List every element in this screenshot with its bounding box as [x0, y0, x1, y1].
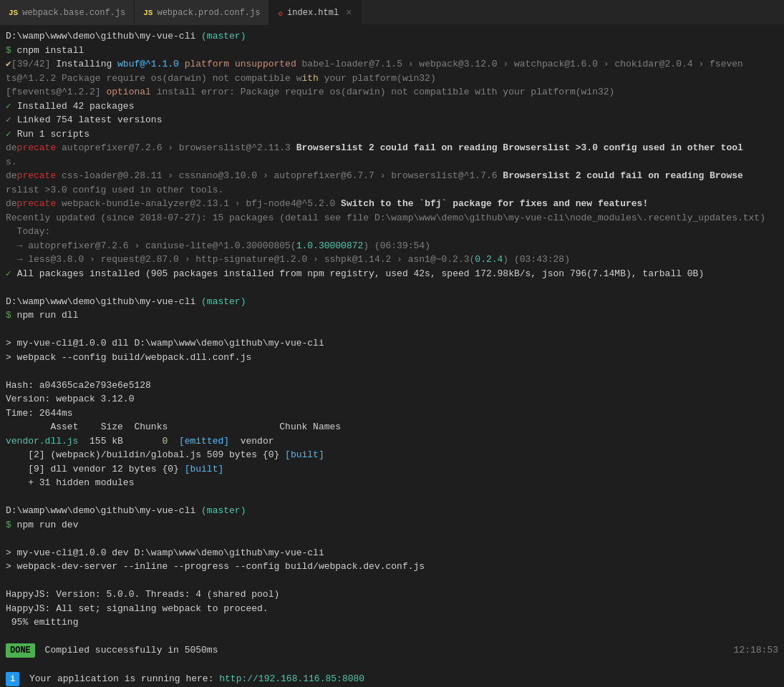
terminal-line: Today: — [6, 225, 778, 239]
tab-label: webpack.base.conf.js — [22, 8, 125, 18]
tab-bar: JS webpack.base.conf.js JS webpack.prod.… — [0, 0, 784, 25]
terminal-line: ✓ Run 1 scripts — [6, 127, 778, 142]
terminal-line: Asset Size Chunks Chunk Names — [6, 420, 778, 434]
terminal-line: → autoprefixer@7.2.6 › caniuse-lite@^1.0… — [6, 239, 778, 253]
tab-label: index.html — [287, 8, 339, 18]
terminal-line: D:\wamp\www\demo\github\my-vue-cli (mast… — [6, 295, 778, 309]
terminal-line: Recently updated (since 2018-07-27): 15 … — [6, 211, 778, 225]
terminal-line: ✓ Installed 42 packages — [6, 99, 778, 114]
terminal-line: $ cnpm install — [6, 44, 778, 58]
terminal-done-line-1: DONE Compiled successfully in 5050ms12:1… — [6, 643, 778, 658]
terminal-line: ✓ All packages installed (905 packages i… — [6, 267, 778, 281]
terminal-line: s. — [6, 155, 778, 170]
terminal-line: Time: 2644ms — [6, 406, 778, 421]
js-icon: JS — [143, 9, 153, 17]
tab-webpack-base[interactable]: JS webpack.base.conf.js — [0, 0, 135, 25]
terminal-line: ✓ Linked 754 latest versions — [6, 113, 778, 127]
terminal[interactable]: D:\wamp\www\demo\github\my-vue-cli (mast… — [0, 25, 784, 687]
terminal-line: deprecate autoprefixer@7.2.6 › browsersl… — [6, 141, 778, 155]
terminal-line: ts@^1.2.2 Package require os(darwin) not… — [6, 72, 778, 86]
done-badge: DONE — [6, 643, 35, 658]
terminal-line: D:\wamp\www\demo\github\my-vue-cli (mast… — [6, 29, 778, 44]
terminal-line — [6, 323, 778, 337]
terminal-line: > my-vue-cli@1.0.0 dll D:\wamp\www\demo\… — [6, 336, 778, 351]
info-badge: i — [6, 672, 19, 686]
terminal-line: $ npm run dll — [6, 308, 778, 323]
terminal-line — [6, 574, 778, 588]
terminal-line: D:\wamp\www\demo\github\my-vue-cli (mast… — [6, 504, 778, 518]
terminal-line: Hash: a04365ca2e793e6e5128 — [6, 379, 778, 393]
tab-label: webpack.prod.conf.js — [157, 8, 260, 18]
terminal-line: > webpack --config build/webpack.dll.con… — [6, 351, 778, 365]
terminal-line: [2] (webpack)/buildin/global.js 509 byte… — [6, 448, 778, 462]
terminal-line: HappyJS: All set; signaling webpack to p… — [6, 602, 778, 616]
terminal-line: deprecate css-loader@0.28.11 › cssnano@3… — [6, 169, 778, 183]
tab-webpack-prod[interactable]: JS webpack.prod.conf.js — [135, 0, 269, 25]
terminal-line: deprecate webpack-bundle-analyzer@2.13.1… — [6, 197, 778, 211]
terminal-line: HappyJS: Version: 5.0.0. Threads: 4 (sha… — [6, 588, 778, 602]
js-icon: JS — [9, 9, 18, 17]
terminal-line: > webpack-dev-server --inline --progress… — [6, 560, 778, 574]
terminal-line: + 31 hidden modules — [6, 476, 778, 490]
terminal-line — [6, 364, 778, 379]
tab-index-html[interactable]: ◇ index.html × — [269, 0, 361, 25]
terminal-line — [6, 630, 778, 644]
terminal-line: ✔[39/42] Installing wbuf@^1.1.0 platform… — [6, 57, 778, 72]
terminal-line: $ npm run dev — [6, 518, 778, 532]
terminal-line: rslist >3.0 config used in other tools. — [6, 183, 778, 198]
terminal-line — [6, 490, 778, 505]
terminal-info-line: i Your application is running here: http… — [6, 672, 778, 686]
terminal-line — [6, 281, 778, 295]
terminal-line: Version: webpack 3.12.0 — [6, 392, 778, 406]
terminal-line: → less@3.8.0 › request@2.87.0 › http-sig… — [6, 253, 778, 267]
terminal-line: > my-vue-cli@1.0.0 dev D:\wamp\www\demo\… — [6, 546, 778, 560]
terminal-line — [6, 532, 778, 546]
terminal-line: 95% emitting — [6, 615, 778, 630]
terminal-line: [fsevents@^1.2.2] optional install error… — [6, 85, 778, 99]
tab-close-icon[interactable]: × — [346, 8, 352, 18]
terminal-line: [9] dll vendor 12 bytes {0} [built] — [6, 462, 778, 477]
terminal-line — [6, 658, 778, 672]
html-icon: ◇ — [278, 9, 283, 18]
terminal-line: vendor.dll.js 155 kB 0 [emitted] vendor — [6, 434, 778, 449]
